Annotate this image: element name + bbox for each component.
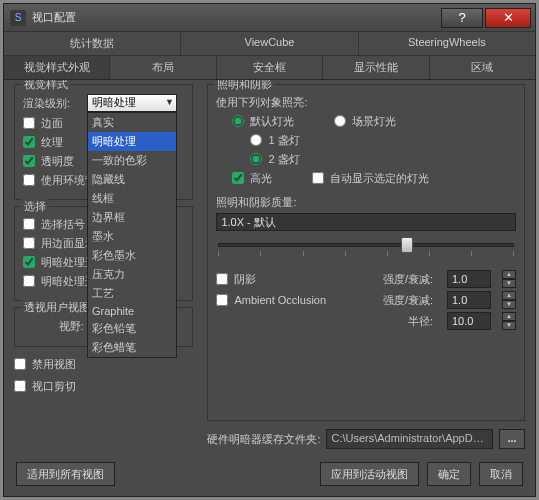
render-level-dropdown[interactable]: 真实明暗处理一致的色彩隐藏线线框边界框墨水彩色墨水压克力工艺Graphite彩色…	[87, 112, 177, 358]
group-title-perspective: 透视用户视图	[21, 300, 93, 315]
title-bar: S 视口配置 ? ✕	[4, 4, 535, 32]
tab-perf[interactable]: 显示性能	[323, 56, 429, 79]
check-auto-show[interactable]: 自动显示选定的灯光	[312, 171, 429, 186]
slider-thumb[interactable]	[401, 237, 413, 253]
ok-button[interactable]: 确定	[427, 462, 471, 486]
check-texture[interactable]: 纹理	[23, 135, 63, 150]
intensity2-input[interactable]	[447, 291, 491, 309]
dropdown-option[interactable]: 真实	[88, 113, 176, 132]
check-highlight[interactable]: 高光	[232, 171, 272, 186]
fov-label: 视野:	[59, 319, 84, 334]
check-disable-view[interactable]: 禁用视图	[14, 357, 76, 372]
quality-input[interactable]	[216, 213, 516, 231]
dropdown-option[interactable]: 彩色铅笔	[88, 319, 176, 338]
check-viewport-clip[interactable]: 视口剪切	[14, 379, 76, 394]
button-bar: 适用到所有视图 应用到活动视图 确定 取消	[4, 456, 535, 496]
intensity1-spinner[interactable]: ▲▼	[502, 270, 516, 288]
intensity2-spinner[interactable]: ▲▼	[502, 291, 516, 309]
check-brackets[interactable]: 选择括号	[23, 217, 85, 232]
tab-steering[interactable]: SteeringWheels	[359, 32, 535, 55]
render-level-combo[interactable]: 明暗处理 ▼	[87, 94, 177, 112]
radio-two-light[interactable]: 2 盏灯	[250, 152, 299, 167]
tab-viewcube[interactable]: ViewCube	[181, 32, 358, 55]
app-logo: S	[10, 10, 26, 26]
check-edge[interactable]: 边面	[23, 116, 63, 131]
dropdown-option[interactable]: 隐藏线	[88, 170, 176, 189]
chevron-down-icon: ▼	[165, 97, 174, 107]
radio-scene-light[interactable]: 场景灯光	[334, 114, 396, 129]
dropdown-option[interactable]: Graphite	[88, 303, 176, 319]
intensity1-input[interactable]	[447, 270, 491, 288]
radio-default-light[interactable]: 默认灯光	[232, 114, 294, 129]
dropdown-option[interactable]: 工艺	[88, 284, 176, 303]
help-button[interactable]: ?	[441, 8, 483, 28]
radius-label: 半径:	[408, 314, 433, 329]
check-transparency[interactable]: 透明度	[23, 154, 74, 169]
render-level-label: 渲染级别:	[23, 96, 87, 111]
check-ambient[interactable]: Ambient Occlusion	[216, 294, 373, 306]
apply-active-button[interactable]: 应用到活动视图	[320, 462, 419, 486]
dropdown-option[interactable]: 一致的色彩	[88, 151, 176, 170]
radius-input[interactable]	[447, 312, 491, 330]
tabs-secondary: 视觉样式外观 布局 安全框 显示性能 区域	[4, 56, 535, 80]
intensity2-label: 强度/衰减:	[383, 293, 433, 308]
apply-all-button[interactable]: 适用到所有视图	[16, 462, 115, 486]
cache-path[interactable]: C:\Users\Administrator\AppData\Local\Aut…	[326, 429, 493, 449]
group-visual-style: 视觉样式 渲染级别: 明暗处理 ▼ 真实明暗处理一致的色彩隐藏线线框边界框墨水彩…	[14, 84, 193, 200]
cancel-button[interactable]: 取消	[479, 462, 523, 486]
check-shadow[interactable]: 阴影	[216, 272, 373, 287]
group-title-lighting: 照明和阴影	[214, 80, 275, 92]
dropdown-option[interactable]: 压克力	[88, 265, 176, 284]
dropdown-option[interactable]: 线框	[88, 189, 176, 208]
dropdown-option[interactable]: 彩色墨水	[88, 246, 176, 265]
render-level-value: 明暗处理	[92, 96, 136, 108]
group-title-selection: 选择	[21, 199, 49, 214]
quality-label: 照明和阴影质量:	[216, 195, 296, 210]
dropdown-option[interactable]: 墨水	[88, 227, 176, 246]
tab-appearance[interactable]: 视觉样式外观	[4, 56, 110, 79]
radio-one-light[interactable]: 1 盏灯	[250, 133, 299, 148]
tab-stats[interactable]: 统计数据	[4, 32, 181, 55]
dropdown-option[interactable]: 彩色蜡笔	[88, 338, 176, 357]
intensity1-label: 强度/衰减:	[383, 272, 433, 287]
browse-button[interactable]: ...	[499, 429, 525, 449]
tabs-primary: 统计数据 ViewCube SteeringWheels	[4, 32, 535, 56]
window-title: 视口配置	[32, 10, 76, 25]
cache-label: 硬件明暗器缓存文件夹:	[207, 432, 320, 447]
quality-slider[interactable]	[218, 243, 514, 247]
radius-spinner[interactable]: ▲▼	[502, 312, 516, 330]
slider-ticks	[218, 251, 514, 256]
close-button[interactable]: ✕	[485, 8, 531, 28]
dropdown-option[interactable]: 边界框	[88, 208, 176, 227]
tab-region[interactable]: 区域	[430, 56, 535, 79]
tab-safe[interactable]: 安全框	[217, 56, 323, 79]
tab-layout[interactable]: 布局	[110, 56, 216, 79]
dropdown-option[interactable]: 明暗处理	[88, 132, 176, 151]
use-lights-label: 使用下列对象照亮:	[216, 95, 307, 110]
group-lighting: 照明和阴影 使用下列对象照亮: 默认灯光 场景灯光 1 盏灯 2 盏灯 高光 自…	[207, 84, 525, 421]
group-title-visual-style: 视觉样式	[21, 80, 71, 92]
